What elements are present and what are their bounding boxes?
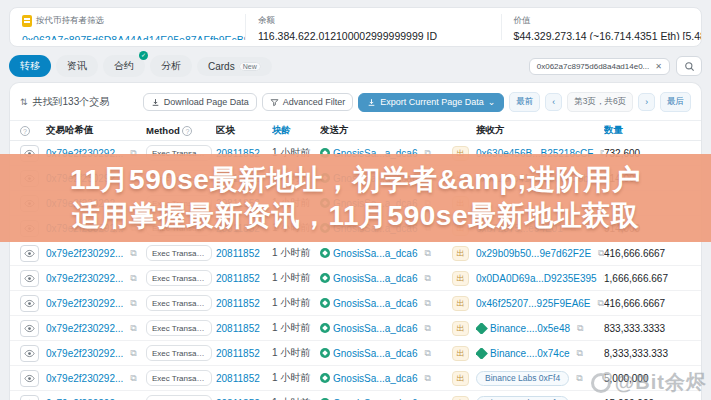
- col-to: 接收方: [476, 124, 604, 137]
- eye-icon: [24, 248, 35, 259]
- copy-hash-icon[interactable]: ⧉: [130, 248, 136, 259]
- pagination-next-button[interactable]: ›: [638, 93, 655, 111]
- copy-from-icon[interactable]: ⧉: [425, 248, 431, 259]
- copy-from-icon[interactable]: ⧉: [425, 348, 431, 359]
- block-link[interactable]: 20811852: [216, 323, 260, 334]
- block-link[interactable]: 20811852: [216, 348, 260, 359]
- copy-hash-icon[interactable]: ⧉: [130, 323, 136, 334]
- copy-from-icon[interactable]: ⧉: [425, 273, 431, 284]
- watermark-camera-icon: [591, 373, 611, 393]
- to-address-link[interactable]: Binance....0x74ce: [490, 348, 570, 359]
- table-toolbar: ⇅ 共找到133个交易 Download Page Data Advanced …: [10, 90, 701, 120]
- copy-hash-icon[interactable]: ⧉: [130, 373, 136, 384]
- to-address-link[interactable]: 0x0DA0D69a...D9235E395: [476, 273, 597, 284]
- tab-Cards[interactable]: CardsNew: [197, 57, 272, 76]
- col-amount[interactable]: 数量: [604, 124, 691, 137]
- tab-合约[interactable]: 合约✓: [103, 55, 145, 77]
- tx-hash-link[interactable]: 0x79e2f230292...: [46, 298, 123, 309]
- table-row: 0x79e2f230292...⧉Exec Transact...2081185…: [10, 341, 701, 366]
- copy-hash-icon[interactable]: ⧉: [130, 273, 136, 284]
- gnosis-safe-icon: [320, 298, 330, 308]
- row-eye-button[interactable]: [20, 270, 39, 287]
- from-address-link[interactable]: GnosisSa...a_dca6: [333, 373, 418, 384]
- table-row: 0x79e2f230292...⧉Exec Transact...2081185…: [10, 241, 701, 266]
- to-label-pill[interactable]: Binance Labs 0xFf4: [476, 371, 569, 386]
- tx-hash-link[interactable]: 0x79e2f230292...: [46, 373, 123, 384]
- token-doc-icon: [22, 15, 32, 27]
- filter-icon: [270, 98, 279, 107]
- tx-age: 1 小时前: [272, 396, 310, 400]
- col-method: Method ?: [146, 125, 216, 136]
- tx-hash-link[interactable]: 0x79e2f230292...: [46, 348, 123, 359]
- block-link[interactable]: 20811852: [216, 273, 260, 284]
- advanced-filter-button[interactable]: Advanced Filter: [262, 93, 354, 111]
- row-eye-button[interactable]: [20, 295, 39, 312]
- row-eye-button[interactable]: [20, 245, 39, 262]
- row-eye-button[interactable]: [20, 320, 39, 337]
- from-address-link[interactable]: GnosisSa...a_dca6: [333, 323, 418, 334]
- direction-out-badge: 出: [452, 346, 469, 361]
- balance-section: 余额 116,384,622.012100002999999999 ID: [245, 14, 501, 40]
- method-help-icon: ?: [182, 126, 192, 136]
- col-age[interactable]: 块龄: [272, 124, 320, 137]
- tx-hash-link[interactable]: 0x79e2f230292...: [46, 248, 123, 259]
- filter-chip-text: 0x062a7c8975d6d8a4ad14e0...: [537, 62, 650, 71]
- method-badge: Exec Transact...: [146, 395, 212, 400]
- row-eye-button[interactable]: [20, 370, 39, 387]
- clear-filter-icon[interactable]: ✕: [655, 62, 662, 71]
- tab-资讯[interactable]: 资讯: [56, 55, 98, 77]
- from-address-link[interactable]: GnosisSa...a_dca6: [333, 248, 418, 259]
- transfer-amount: 1,666,666.667: [604, 273, 668, 284]
- copy-to-icon[interactable]: ⧉: [598, 298, 604, 309]
- tx-hash-link[interactable]: 0x79e2f230292...: [46, 323, 123, 334]
- tx-age: 1 小时前: [272, 296, 310, 310]
- row-eye-button[interactable]: [20, 395, 39, 400]
- from-address-link[interactable]: GnosisSa...a_dca6: [333, 298, 418, 309]
- copy-hash-icon[interactable]: ⧉: [130, 348, 136, 359]
- tx-age: 1 小时前: [272, 321, 310, 335]
- pagination-first-button[interactable]: 最前: [509, 92, 540, 112]
- to-address-link[interactable]: 0x46f25207...925F9EA6E: [476, 298, 591, 309]
- pagination-prev-button[interactable]: ‹: [545, 93, 562, 111]
- block-link[interactable]: 20811852: [216, 373, 260, 384]
- row-eye-button[interactable]: [20, 345, 39, 362]
- address-filter-chip[interactable]: 0x062a7c8975d6d8a4ad14e0... ✕: [529, 58, 670, 75]
- copy-to-icon[interactable]: ⧉: [576, 373, 582, 384]
- table-row: 0x79e2f230292...⧉Exec Transact...2081185…: [10, 316, 701, 341]
- block-link[interactable]: 20811852: [216, 298, 260, 309]
- export-page-data-button[interactable]: Export Current Page Data ⌄: [358, 93, 504, 112]
- transfer-amount: 833,333.3333: [604, 323, 665, 334]
- to-address-link[interactable]: 0x29b09b50...9e7d62F2E: [476, 248, 591, 259]
- transfer-amount: 416,666.6667: [604, 298, 665, 309]
- tx-age: 1 小时前: [272, 246, 310, 260]
- tx-hash-link[interactable]: 0x79e2f230292...: [46, 273, 123, 284]
- watermark: @Bit余烬: [591, 369, 707, 396]
- tab-分析[interactable]: 分析: [150, 55, 192, 77]
- from-address-link[interactable]: GnosisSa...a_dca6: [333, 348, 418, 359]
- copy-from-icon[interactable]: ⧉: [425, 298, 431, 309]
- gnosis-safe-icon: [320, 273, 330, 283]
- block-link[interactable]: 20811852: [216, 248, 260, 259]
- search-button[interactable]: [676, 56, 702, 76]
- copy-to-icon[interactable]: ⧉: [577, 323, 583, 334]
- eye-icon: [24, 298, 35, 309]
- copy-from-icon[interactable]: ⧉: [425, 373, 431, 384]
- promo-banner-overlay: 11月590se最新地址，初学者&amp;进阶用户 适用掌握最新资讯，11月59…: [0, 154, 711, 242]
- value-label: 价值: [514, 15, 531, 27]
- copy-hash-icon[interactable]: ⧉: [130, 298, 136, 309]
- copy-to-icon[interactable]: ⧉: [577, 348, 583, 359]
- sort-icon[interactable]: ⇅: [20, 97, 28, 107]
- table-header: ? 交易哈希值 Method ? 区块 块龄 发送方 接收方 数量: [10, 120, 701, 141]
- to-address-link[interactable]: Binance....0x5e48: [490, 323, 570, 334]
- direction-out-badge: 出: [452, 371, 469, 386]
- copy-from-icon[interactable]: ⧉: [425, 323, 431, 334]
- to-label-pill[interactable]: Binance Labs 0xFf4: [476, 396, 569, 400]
- gnosis-safe-icon: [320, 373, 330, 383]
- tab-转移[interactable]: 转移: [9, 55, 51, 77]
- binance-icon: [476, 323, 488, 334]
- download-page-data-button[interactable]: Download Page Data: [143, 93, 257, 111]
- value-amount: $44,329,273.14 (~16,714.4351 Eth) [5.481…: [514, 30, 689, 40]
- pagination-last-button[interactable]: 最后: [660, 92, 691, 112]
- holder-address-link[interactable]: 0x062A7c8975d6D8A44Ad14E05e87AFfb9EcB9DD…: [22, 34, 245, 40]
- from-address-link[interactable]: GnosisSa...a_dca6: [333, 273, 418, 284]
